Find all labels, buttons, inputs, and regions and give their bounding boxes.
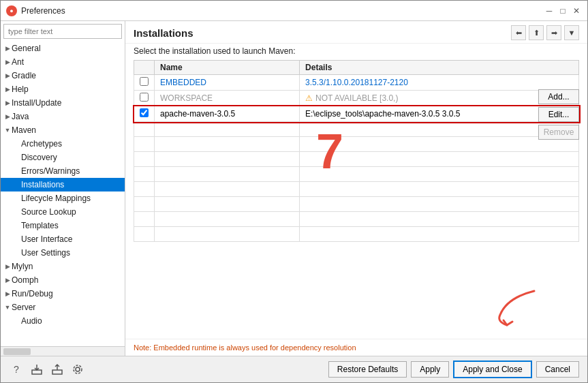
arrow-general: ▶ <box>3 45 12 52</box>
installations-table-area: Name Details EMBEDDED 3.5.3/1.10.0.20181… <box>125 60 587 339</box>
close-button[interactable]: ✕ <box>571 5 582 16</box>
label-settings: User Settings <box>21 248 70 258</box>
sidebar-item-errors-warnings[interactable]: Errors/Warnings <box>1 164 125 178</box>
checkbox-apache[interactable] <box>134 106 155 122</box>
sidebar-item-archetypes[interactable]: Archetypes <box>1 137 125 151</box>
settings-icon[interactable] <box>70 362 85 377</box>
details-embedded: 3.5.3/1.10.0.20181127-2120 <box>300 75 579 91</box>
preferences-window: ● Preferences ─ □ ✕ ▶ General <box>0 0 588 383</box>
label-help: Help <box>12 85 29 94</box>
right-panel: Installations ⬅ ⬆ ➡ ▼ Select the install… <box>125 21 587 356</box>
col-checkbox <box>134 61 155 75</box>
label-gradle: Gradle <box>12 71 36 80</box>
sidebar-item-discovery[interactable]: Discovery <box>1 151 125 164</box>
col-details: Details <box>300 61 579 75</box>
arrow-install: ▶ <box>3 99 12 106</box>
table-empty-row <box>134 152 579 167</box>
import-icon[interactable] <box>50 362 65 377</box>
table-row: WORKSPACE ⚠NOT AVAILABLE [3.0,) <box>134 91 579 106</box>
arrow-maven: ▼ <box>3 127 12 134</box>
sidebar-item-source-lookup[interactable]: Source Lookup <box>1 205 125 219</box>
title-bar: ● Preferences ─ □ ✕ <box>1 1 587 21</box>
export-icon[interactable] <box>29 362 44 377</box>
apply-button[interactable]: Apply <box>411 361 449 378</box>
side-buttons: Add... Edit... Remove <box>538 89 579 140</box>
nav-forward-button[interactable]: ➡ <box>546 25 561 40</box>
panel-subtitle: Select the installation used to launch M… <box>125 44 587 60</box>
label-general: General <box>12 44 41 53</box>
restore-defaults-button[interactable]: Restore Defaults <box>328 361 407 378</box>
label-source: Source Lookup <box>21 207 76 217</box>
sidebar-item-mylyn[interactable]: ▶ Mylyn <box>1 260 125 273</box>
minimize-button[interactable]: ─ <box>544 5 555 16</box>
bottom-icons: ? <box>9 362 85 377</box>
remove-button[interactable]: Remove <box>538 125 579 140</box>
label-archetypes: Archetypes <box>21 139 62 149</box>
sidebar-tree: ▶ General ▶ Ant ▶ Gradle <box>1 42 125 346</box>
arrow-server: ▼ <box>3 304 12 311</box>
sidebar: ▶ General ▶ Ant ▶ Gradle <box>1 21 125 356</box>
bottom-actions: Restore Defaults Apply Apply and Close C… <box>328 361 579 378</box>
name-workspace: WORKSPACE <box>155 91 300 106</box>
label-install: Install/Update <box>12 98 61 108</box>
arrow-help: ▶ <box>3 86 12 93</box>
sidebar-item-maven[interactable]: ▼ Maven <box>1 123 125 137</box>
sidebar-item-ant[interactable]: ▶ Ant <box>1 55 125 69</box>
sidebar-item-run-debug[interactable]: ▶ Run/Debug <box>1 287 125 301</box>
label-maven: Maven <box>12 125 36 135</box>
check-workspace[interactable] <box>140 93 149 102</box>
back-button[interactable]: ⬅ <box>511 25 526 40</box>
label-installations: Installations <box>21 180 64 189</box>
scroll-thumb[interactable] <box>3 348 31 355</box>
sidebar-item-help[interactable]: ▶ Help <box>1 82 125 96</box>
apply-and-close-button[interactable]: Apply and Close <box>453 361 531 378</box>
sidebar-item-user-interface[interactable]: User Interface <box>1 232 125 246</box>
filter-input[interactable] <box>3 24 122 39</box>
installations-table: Name Details EMBEDDED 3.5.3/1.10.0.20181… <box>134 60 579 242</box>
cancel-button[interactable]: Cancel <box>536 361 579 378</box>
panel-header: Installations ⬅ ⬆ ➡ ▼ <box>125 21 587 44</box>
arrow-mylyn: ▶ <box>3 263 12 270</box>
table-row: apache-maven-3.0.5 E:\eclipse_tools\apac… <box>134 106 579 122</box>
arrow-run: ▶ <box>3 290 12 297</box>
col-name: Name <box>155 61 300 75</box>
dropdown-button[interactable]: ▼ <box>564 25 579 40</box>
label-ui: User Interface <box>21 234 72 244</box>
label-errors: Errors/Warnings <box>21 166 80 176</box>
label-mylyn: Mylyn <box>12 262 33 271</box>
add-button[interactable]: Add... <box>538 89 579 104</box>
maximize-button[interactable]: □ <box>557 5 568 16</box>
title-controls: ─ □ ✕ <box>544 5 582 16</box>
sidebar-item-java[interactable]: ▶ Java <box>1 110 125 123</box>
label-server: Server <box>12 303 35 312</box>
sidebar-item-oomph[interactable]: ▶ Oomph <box>1 273 125 287</box>
sidebar-item-lifecycle[interactable]: Lifecycle Mappings <box>1 192 125 205</box>
checkbox-embedded[interactable] <box>134 75 155 91</box>
sidebar-item-installations[interactable]: Installations <box>1 178 125 192</box>
sidebar-item-audio[interactable]: Audio <box>1 314 125 328</box>
sidebar-item-general[interactable]: ▶ General <box>1 42 125 55</box>
sidebar-item-templates[interactable]: Templates <box>1 219 125 232</box>
edit-button[interactable]: Edit... <box>538 107 579 122</box>
sidebar-item-user-settings[interactable]: User Settings <box>1 246 125 260</box>
sidebar-scrollbar[interactable] <box>1 346 125 356</box>
sidebar-item-install-update[interactable]: ▶ Install/Update <box>1 96 125 110</box>
checkbox-workspace[interactable] <box>134 91 155 106</box>
panel-title: Installations <box>134 27 194 39</box>
app-icon: ● <box>6 5 17 16</box>
check-apache[interactable] <box>140 108 149 117</box>
name-embedded: EMBEDDED <box>155 75 300 91</box>
window-title: Preferences <box>21 6 65 16</box>
label-discovery: Discovery <box>21 153 57 162</box>
help-icon[interactable]: ? <box>9 362 24 377</box>
name-apache: apache-maven-3.0.5 <box>155 106 300 122</box>
bottom-bar: ? Restore Defaults Apply Apply and Close… <box>1 356 587 382</box>
sidebar-item-gradle[interactable]: ▶ Gradle <box>1 69 125 82</box>
check-embedded[interactable] <box>140 77 149 86</box>
details-workspace: ⚠NOT AVAILABLE [3.0,) <box>300 91 579 106</box>
table-empty-row <box>134 182 579 197</box>
details-apache: E:\eclipse_tools\apache-maven-3.0.5 3.0.… <box>300 106 579 122</box>
sidebar-item-server[interactable]: ▼ Server <box>1 301 125 314</box>
label-oomph: Oomph <box>12 275 38 285</box>
forward-button[interactable]: ⬆ <box>529 25 544 40</box>
